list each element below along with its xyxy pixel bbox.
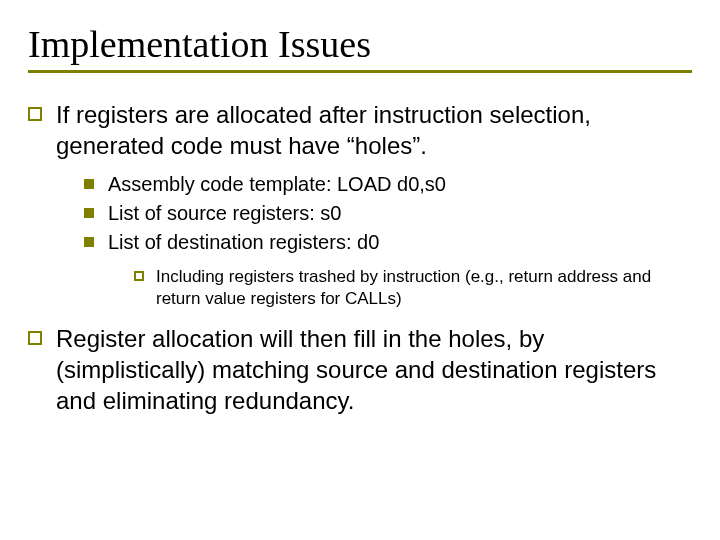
filled-square-icon	[84, 208, 94, 218]
slide-title: Implementation Issues	[28, 22, 692, 66]
filled-square-icon	[84, 179, 94, 189]
bullet-level3-group: Including registers trashed by instructi…	[134, 266, 692, 310]
title-underline	[28, 70, 692, 73]
filled-square-icon	[84, 237, 94, 247]
bullet-level1-2: Register allocation will then fill in th…	[28, 323, 692, 417]
hollow-square-icon	[28, 107, 42, 121]
bullet-text: If registers are allocated after instruc…	[56, 99, 692, 161]
bullet-text: Including registers trashed by instructi…	[156, 266, 692, 310]
bullet-text: Assembly code template: LOAD d0,s0	[108, 171, 446, 198]
bullet-level2-1: Assembly code template: LOAD d0,s0	[84, 171, 692, 198]
bullet-level2-3: List of destination registers: d0	[84, 229, 692, 256]
bullet-text: List of destination registers: d0	[108, 229, 379, 256]
bullet-level1-1: If registers are allocated after instruc…	[28, 99, 692, 161]
hollow-square-icon	[28, 331, 42, 345]
bullet-level2-group: Assembly code template: LOAD d0,s0 List …	[84, 171, 692, 256]
bullet-level3-1: Including registers trashed by instructi…	[134, 266, 692, 310]
bullet-level2-2: List of source registers: s0	[84, 200, 692, 227]
bullet-text: List of source registers: s0	[108, 200, 341, 227]
hollow-square-icon	[134, 271, 144, 281]
bullet-text: Register allocation will then fill in th…	[56, 323, 692, 417]
